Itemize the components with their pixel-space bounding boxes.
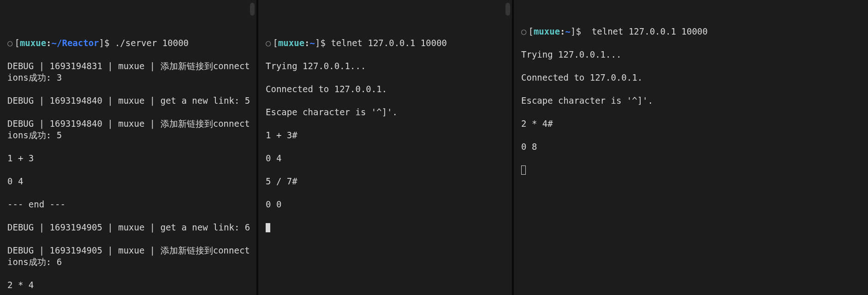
output-line: 0 4 — [7, 176, 252, 187]
cursor-line — [521, 164, 863, 176]
terminal-pane-1[interactable]: ○[muxue:~/Reactor]$ ./server 10000 DEBUG… — [0, 0, 256, 295]
prompt-bullet-icon: ○ — [266, 38, 271, 48]
cursor-icon — [266, 223, 270, 232]
prompt-path: ~ — [565, 26, 571, 36]
output-line: 1 + 3 — [7, 153, 252, 164]
prompt-user: muxue — [278, 38, 304, 48]
output-line: 0 0 — [266, 199, 507, 210]
output-line: 2 * 4 — [7, 279, 252, 291]
prompt-path: ~/Reactor — [52, 38, 99, 48]
command-text: telnet 127.0.0.1 10000 — [331, 38, 447, 48]
command-text: telnet 127.0.0.1 10000 — [586, 26, 707, 36]
output-line: Connected to 127.0.0.1. — [266, 83, 507, 95]
output-line: 1 + 3# — [266, 130, 507, 141]
output-line: 2 * 4# — [521, 118, 863, 130]
prompt-bullet-icon: ○ — [7, 38, 12, 48]
terminal-pane-3[interactable]: ○[muxue:~]$ telnet 127.0.0.1 10000 Tryin… — [512, 0, 868, 295]
output-line: DEBUG | 1693194905 | muxue | 添加新链接到conne… — [7, 245, 252, 268]
output-line: Trying 127.0.0.1... — [266, 60, 507, 72]
output-line: DEBUG | 1693194905 | muxue | get a new l… — [7, 222, 252, 233]
output-line: DEBUG | 1693194840 | muxue | get a new l… — [7, 95, 252, 106]
scrollbar-thumb[interactable] — [250, 3, 255, 16]
cursor-icon — [521, 165, 526, 175]
output-line: DEBUG | 1693194840 | muxue | 添加新链接到conne… — [7, 118, 252, 141]
prompt-line: ○[muxue:~]$ telnet 127.0.0.1 10000 — [266, 37, 507, 49]
scrollbar-thumb[interactable] — [505, 3, 510, 16]
command-text: ./server 10000 — [115, 38, 189, 48]
workspace: ○[muxue:~/Reactor]$ ./server 10000 DEBUG… — [0, 0, 868, 295]
prompt-path: ~ — [310, 38, 315, 48]
output-line: 5 / 7# — [266, 176, 507, 187]
prompt-line: ○[muxue:~]$ telnet 127.0.0.1 10000 — [521, 26, 863, 37]
output-line: 0 8 — [521, 141, 863, 153]
output-line: DEBUG | 1693194831 | muxue | 添加新链接到conne… — [7, 60, 252, 83]
prompt-user: muxue — [20, 38, 46, 48]
output-line: --- end --- — [7, 199, 252, 210]
output-line: Escape character is '^]'. — [521, 95, 863, 106]
prompt-line: ○[muxue:~/Reactor]$ ./server 10000 — [7, 37, 252, 49]
terminal-pane-2[interactable]: ○[muxue:~]$ telnet 127.0.0.1 10000 Tryin… — [256, 0, 512, 295]
prompt-bullet-icon: ○ — [521, 26, 526, 36]
output-line: 0 4 — [266, 153, 507, 164]
output-line: Escape character is '^]'. — [266, 106, 507, 118]
prompt-user: muxue — [534, 26, 560, 36]
cursor-line — [266, 222, 507, 233]
output-line: Trying 127.0.0.1... — [521, 49, 863, 60]
output-line: Connected to 127.0.0.1. — [521, 72, 863, 83]
